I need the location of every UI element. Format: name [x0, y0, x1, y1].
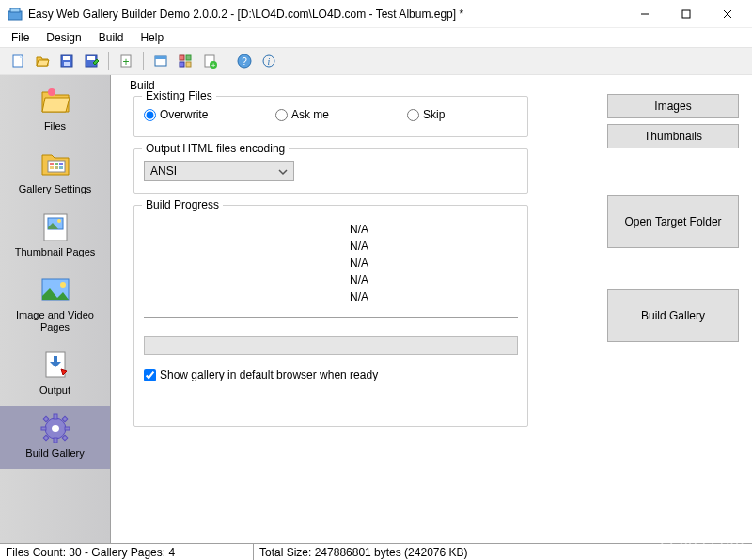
- button-label: Thumbnails: [644, 130, 702, 143]
- page-plus-icon[interactable]: +: [199, 51, 220, 71]
- progress-line: N/A: [200, 288, 518, 305]
- grid-icon[interactable]: [175, 51, 196, 71]
- sidebar-item-gallery-settings[interactable]: Gallery Settings: [0, 142, 110, 205]
- build-progress-legend: Build Progress: [142, 198, 223, 211]
- status-total-size: Total Size: 247886801 bytes (242076 KB): [254, 544, 752, 560]
- progress-line: N/A: [200, 255, 518, 272]
- sidebar-item-files[interactable]: Files: [0, 79, 110, 142]
- show-in-browser-checkbox[interactable]: Show gallery in default browser when rea…: [144, 368, 518, 381]
- open-icon[interactable]: [32, 51, 53, 71]
- build-progressbar: [144, 336, 518, 355]
- statusbar: Files Count: 30 - Gallery Pages: 4 Total…: [0, 543, 752, 560]
- toolbar-separator: [108, 52, 109, 70]
- encoding-combo[interactable]: ANSI: [144, 161, 294, 181]
- radio-ask-me[interactable]: Ask me: [275, 108, 407, 121]
- sidebar-item-output[interactable]: Output: [0, 343, 110, 406]
- svg-rect-33: [55, 166, 58, 169]
- sidebar-item-build-gallery[interactable]: Build Gallery: [0, 406, 110, 469]
- window-title: Easy Web Gallery Builder Demo 2.0.0.2 - …: [28, 8, 624, 21]
- svg-rect-11: [87, 56, 95, 60]
- app-icon: [8, 7, 23, 22]
- svg-point-42: [52, 425, 59, 432]
- encoding-legend: Output HTML files encoding: [142, 142, 289, 155]
- svg-text:+: +: [122, 55, 129, 69]
- progress-lines: N/A N/A N/A N/A N/A: [200, 221, 518, 305]
- chevron-down-icon: [278, 166, 288, 179]
- sidebar-item-label: Output: [39, 384, 70, 397]
- sidebar-item-label: Image and Video Pages: [2, 309, 108, 334]
- status-files-count: Files Count: 30 - Gallery Pages: 4: [0, 544, 254, 560]
- toolbar-separator: [143, 52, 144, 70]
- radio-label: Skip: [423, 108, 445, 121]
- radio-skip[interactable]: Skip: [407, 108, 445, 121]
- svg-rect-43: [54, 414, 57, 419]
- combo-value: ANSI: [150, 164, 177, 178]
- content-panel: Build Existing Files Overwrite Ask me Sk…: [111, 75, 752, 543]
- svg-rect-34: [59, 166, 63, 169]
- images-button[interactable]: Images: [607, 94, 739, 118]
- existing-files-group: Existing Files Overwrite Ask me Skip: [133, 96, 528, 137]
- toolbar: + + ? i: [0, 47, 752, 75]
- minimize-button[interactable]: [624, 1, 666, 27]
- svg-text:+: +: [212, 61, 216, 69]
- save-icon[interactable]: [56, 51, 77, 71]
- svg-rect-29: [50, 163, 54, 165]
- svg-rect-19: [186, 62, 191, 67]
- svg-rect-31: [59, 163, 63, 165]
- menu-build[interactable]: Build: [91, 29, 132, 46]
- close-button[interactable]: [707, 1, 748, 27]
- svg-rect-15: [155, 56, 166, 59]
- open-target-folder-button[interactable]: Open Target Folder: [607, 195, 739, 248]
- menu-help[interactable]: Help: [133, 29, 171, 46]
- radio-label: Overwrite: [160, 108, 208, 121]
- existing-files-legend: Existing Files: [142, 89, 216, 102]
- toolbar-separator: [227, 52, 227, 70]
- gear-icon: [39, 412, 72, 445]
- save-as-icon[interactable]: [81, 51, 102, 71]
- button-label: Open Target Folder: [624, 215, 721, 228]
- sidebar-item-thumbnail-pages[interactable]: Thumbnail Pages: [0, 205, 110, 268]
- folder-open-icon: [39, 85, 72, 118]
- thumbnails-button[interactable]: Thumbnails: [607, 124, 739, 148]
- menubar: File Design Build Help: [0, 28, 752, 47]
- sidebar-item-label: Files: [44, 120, 66, 132]
- menu-file[interactable]: File: [4, 29, 37, 46]
- menu-design[interactable]: Design: [39, 29, 88, 46]
- sidebar-item-label: Gallery Settings: [19, 183, 92, 195]
- svg-rect-9: [64, 62, 70, 66]
- maximize-button[interactable]: [666, 1, 707, 27]
- svg-rect-45: [41, 427, 46, 430]
- folder-gallery-icon: [39, 148, 72, 181]
- svg-point-27: [48, 88, 55, 96]
- progress-line: N/A: [200, 221, 518, 238]
- encoding-group: Output HTML files encoding ANSI: [133, 148, 528, 194]
- help-icon[interactable]: ?: [234, 51, 255, 71]
- info-icon[interactable]: i: [258, 51, 279, 71]
- progress-line: N/A: [200, 272, 518, 288]
- svg-rect-16: [180, 55, 184, 60]
- svg-rect-1: [10, 8, 20, 12]
- svg-text:?: ?: [242, 56, 247, 67]
- sidebar: Files Gallery Settings Thumbnail Pages I…: [0, 75, 111, 543]
- output-icon: [39, 349, 72, 382]
- svg-rect-46: [65, 427, 70, 430]
- svg-rect-18: [180, 62, 184, 67]
- svg-point-37: [57, 219, 61, 223]
- svg-rect-44: [54, 438, 57, 443]
- svg-rect-17: [186, 55, 191, 60]
- build-gallery-button[interactable]: Build Gallery: [607, 289, 739, 342]
- progress-line: N/A: [200, 238, 518, 255]
- checkbox-label: Show gallery in default browser when rea…: [160, 368, 378, 381]
- sidebar-item-image-video-pages[interactable]: Image and Video Pages: [0, 268, 110, 343]
- add-icon[interactable]: +: [116, 51, 136, 71]
- new-icon[interactable]: [8, 51, 28, 71]
- build-progress-group: Build Progress N/A N/A N/A N/A N/A Show …: [133, 205, 528, 427]
- radio-overwrite[interactable]: Overwrite: [144, 108, 275, 121]
- radio-label: Ask me: [291, 108, 329, 121]
- separator: [144, 317, 518, 318]
- svg-point-39: [60, 282, 66, 288]
- image-video-icon: [39, 273, 72, 307]
- window-icon[interactable]: [150, 51, 171, 71]
- main-area: Files Gallery Settings Thumbnail Pages I…: [0, 75, 752, 543]
- sidebar-item-label: Build Gallery: [25, 447, 84, 459]
